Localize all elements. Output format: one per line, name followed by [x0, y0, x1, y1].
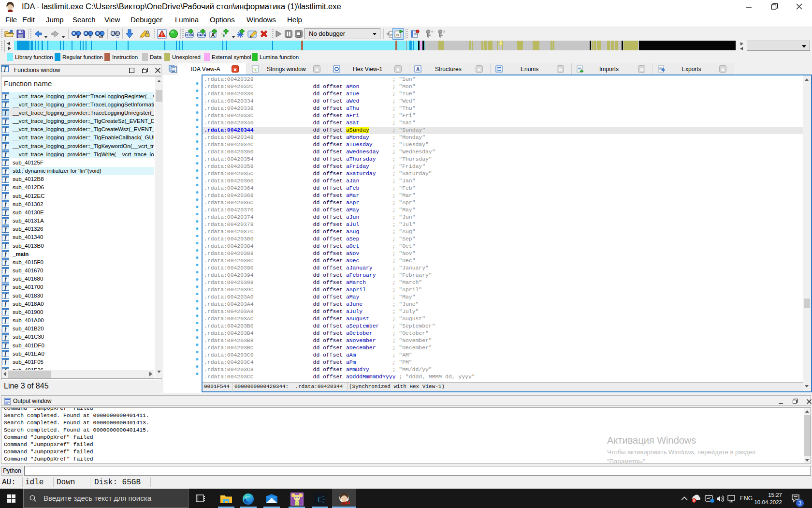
svg-text:64: 64: [345, 500, 350, 505]
svg-text:#: #: [77, 35, 79, 39]
svg-text:€: €: [318, 495, 322, 504]
svg-text:CODE: CODE: [185, 33, 194, 37]
svg-text:→: →: [116, 35, 119, 39]
svg-text:C: C: [396, 33, 399, 37]
svg-text:DATA: DATA: [197, 33, 206, 37]
svg-text:101: 101: [99, 36, 104, 39]
svg-text:A: A: [416, 67, 420, 72]
svg-text:×: ×: [443, 29, 446, 34]
svg-text:T: T: [89, 35, 91, 39]
svg-text:+: +: [431, 29, 434, 34]
svg-text:'s': 's': [253, 67, 258, 72]
